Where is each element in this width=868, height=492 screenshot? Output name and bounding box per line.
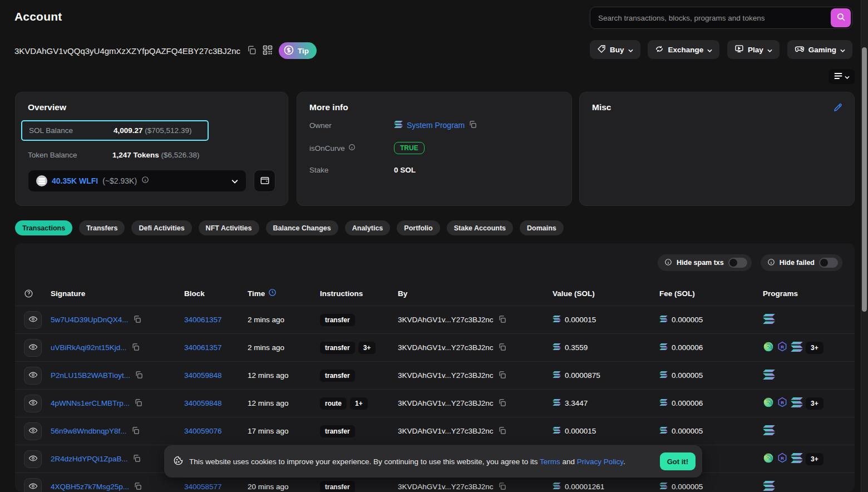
- tx-signature-link[interactable]: 2R4dzHdYPQi1ZpaB...: [51, 455, 128, 463]
- copy-icon[interactable]: [498, 482, 506, 492]
- gaming-button[interactable]: Gaming: [787, 40, 852, 59]
- play-button[interactable]: Play: [727, 40, 780, 59]
- solana-program-icon: [763, 425, 775, 437]
- search-button[interactable]: [831, 8, 851, 27]
- copy-icon[interactable]: [133, 315, 141, 325]
- terms-link[interactable]: Terms: [540, 457, 560, 466]
- tx-signature-link[interactable]: P2nLU15B2WABTioyt...: [51, 371, 130, 380]
- solana-icon: [659, 316, 668, 324]
- tx-value: 0.000015: [565, 427, 596, 435]
- tx-signature-link[interactable]: 4pWNNs1erCLMBTrp...: [51, 399, 130, 407]
- tx-signature-link[interactable]: uVBiRkAqi92nt15Kjd...: [51, 343, 127, 352]
- tx-instructions: route1+: [320, 397, 398, 410]
- copy-icon[interactable]: [498, 315, 506, 325]
- hide-failed-label: Hide failed: [780, 259, 815, 267]
- svg-text:R: R: [781, 456, 784, 461]
- gaming-icon: [795, 44, 805, 56]
- copy-icon[interactable]: [498, 371, 506, 381]
- copy-icon[interactable]: [134, 398, 142, 409]
- block-link[interactable]: 340058577: [184, 483, 222, 491]
- preview-tx-button[interactable]: [24, 311, 42, 329]
- col-value-sol: Value (SOL): [553, 289, 659, 298]
- stake-value: 0 SOL: [394, 166, 416, 174]
- programs-more-badge: 3+: [806, 342, 823, 354]
- sol-balance-row: SOL Balance 4,009.27 ($705,512.39): [21, 120, 209, 141]
- copy-icon[interactable]: [131, 343, 140, 353]
- edit-misc-button[interactable]: [833, 102, 843, 114]
- tx-programs: R3+: [763, 452, 855, 465]
- block-link[interactable]: 340061357: [184, 343, 222, 352]
- play-icon: [734, 44, 744, 55]
- tx-value: 0.00001261: [565, 483, 604, 491]
- copy-icon[interactable]: [498, 343, 506, 353]
- sol-balance-label: SOL Balance: [29, 126, 114, 135]
- tx-signature-link[interactable]: 5w7U4D39UpDnQX4...: [51, 316, 129, 324]
- table-row: P2nLU15B2WABTioyt...34005984812 mins ago…: [15, 361, 855, 389]
- preview-tx-button[interactable]: [24, 450, 42, 468]
- token-balance-row: Token Balance 1,247 Tokens ($6,526.38): [28, 146, 275, 164]
- token-dropdown[interactable]: 40.35K WLFI (~$2.93K): [28, 170, 246, 192]
- hide-spam-toggle[interactable]: Hide spam txs: [658, 254, 752, 271]
- hide-failed-switch[interactable]: [819, 258, 838, 268]
- copy-icon[interactable]: [132, 454, 141, 464]
- exchange-button[interactable]: Exchange: [648, 40, 719, 59]
- tab-nft-activities[interactable]: NFT Activities: [199, 220, 259, 235]
- scrollbar-thumb[interactable]: [862, 47, 867, 312]
- block-link[interactable]: 340059076: [184, 427, 222, 435]
- tx-time: 17 mins ago: [248, 427, 320, 435]
- copy-icon[interactable]: [498, 426, 506, 436]
- tx-instructions: transfer: [320, 314, 398, 326]
- tip-button[interactable]: Tip: [279, 42, 317, 59]
- preview-tx-button[interactable]: [24, 395, 42, 412]
- swirl-program-icon: [763, 397, 774, 410]
- tab-stake-accounts[interactable]: Stake Accounts: [447, 220, 513, 235]
- privacy-policy-link[interactable]: Privacy Policy: [577, 457, 623, 466]
- tab-portfolio[interactable]: Portfolio: [397, 220, 440, 235]
- preview-tx-button[interactable]: [24, 367, 42, 385]
- copy-icon[interactable]: [468, 120, 477, 130]
- tab-defi-activities[interactable]: Defi Activities: [131, 220, 191, 235]
- eye-icon: [28, 454, 38, 465]
- tab-domains[interactable]: Domains: [520, 220, 564, 235]
- block-link[interactable]: 340059848: [184, 371, 222, 380]
- block-link[interactable]: 340061357: [184, 316, 222, 324]
- tx-signature-link[interactable]: 56n9w8WndbnqpY8f...: [51, 427, 127, 435]
- tx-signature-link[interactable]: 4XQBH5z7k7Msg25p...: [51, 483, 129, 491]
- r-hexagon-program-icon: R: [777, 397, 788, 410]
- copy-icon[interactable]: [498, 398, 506, 409]
- overview-title: Overview: [28, 102, 275, 112]
- copy-icon[interactable]: [131, 426, 140, 436]
- solana-icon: [659, 343, 668, 352]
- hide-failed-toggle[interactable]: Hide failed: [761, 254, 842, 271]
- cookie-accept-button[interactable]: Got it!: [660, 452, 696, 470]
- copy-icon[interactable]: [134, 482, 142, 492]
- owner-link[interactable]: System Program: [407, 121, 465, 130]
- page-title: Account: [14, 10, 62, 23]
- col-instructions: Instructions: [320, 289, 398, 298]
- search-icon: [836, 12, 846, 23]
- preview-tx-button[interactable]: [24, 422, 42, 440]
- wallet-portfolio-button[interactable]: [254, 170, 275, 192]
- tab-transactions[interactable]: Transactions: [15, 220, 72, 235]
- col-time[interactable]: Time: [248, 288, 320, 298]
- solana-program-icon: [763, 370, 775, 381]
- buy-button[interactable]: Buy: [590, 40, 640, 59]
- chevron-down-icon: [231, 176, 238, 186]
- solana-icon: [553, 399, 561, 407]
- tab-analytics[interactable]: Analytics: [345, 220, 391, 235]
- qr-code-button[interactable]: [263, 45, 273, 57]
- view-options-button[interactable]: [828, 69, 855, 84]
- tab-balance-changes[interactable]: Balance Changes: [266, 220, 338, 235]
- tab-transfers[interactable]: Transfers: [79, 220, 125, 235]
- copy-icon[interactable]: [135, 371, 143, 381]
- search-input[interactable]: [591, 14, 831, 22]
- hide-spam-switch[interactable]: [728, 258, 747, 268]
- token-usd-value: (~$2.93K): [102, 176, 137, 185]
- tx-programs: R3+: [763, 341, 855, 354]
- copy-address-button[interactable]: [246, 45, 257, 57]
- block-link[interactable]: 340059848: [184, 399, 222, 407]
- owner-label: Owner: [309, 121, 394, 130]
- preview-tx-button[interactable]: [24, 339, 42, 357]
- sol-balance-value: 4,009.27: [114, 126, 143, 135]
- preview-tx-button[interactable]: [24, 478, 42, 492]
